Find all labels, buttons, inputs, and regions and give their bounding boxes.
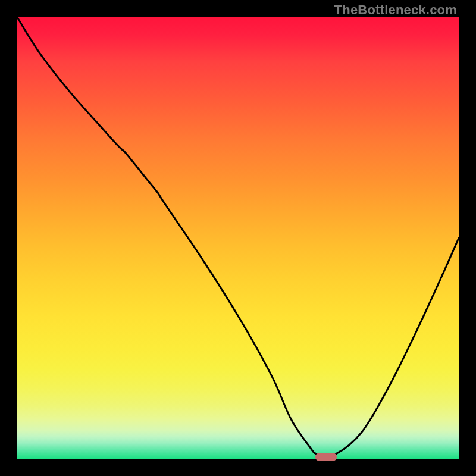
watermark-text: TheBottleneck.com bbox=[334, 2, 457, 18]
chart-plot-area bbox=[17, 17, 459, 459]
chart-curve bbox=[17, 17, 459, 459]
bottleneck-marker bbox=[315, 453, 337, 461]
